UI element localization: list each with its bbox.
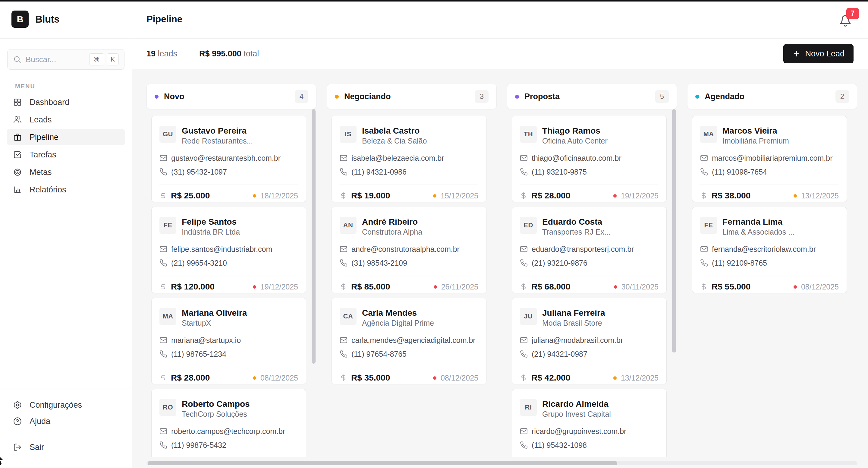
column-header: Proposta 5: [507, 84, 677, 109]
phone-icon: [340, 168, 347, 176]
lead-card[interactable]: RI Ricardo Almeida Grupo Invest Capital …: [512, 389, 667, 457]
lead-card[interactable]: MA Marcos Vieira Imobiliária Premium mar…: [692, 116, 847, 202]
sidebar-item-ajuda[interactable]: Ajuda: [7, 413, 125, 430]
app-logo: B: [11, 10, 29, 28]
lead-name: Marcos Vieira: [722, 126, 789, 136]
lead-email-row: gustavo@restaurantesbh.com.br: [159, 153, 298, 164]
lead-card-footer: R$ 28.000 08/12/2025: [159, 373, 298, 383]
due-date-dot: [253, 285, 256, 289]
card-divider: [700, 184, 839, 185]
horizontal-scrollbar-track[interactable]: [147, 461, 857, 465]
lead-card[interactable]: AN André Ribeiro Construtora Alpha andre…: [332, 207, 487, 293]
lead-contacts: andre@construtoraalpha.com.br (31) 98543…: [332, 244, 486, 268]
lead-due-date: 13/12/2025: [621, 374, 658, 382]
lead-card[interactable]: JU Juliana Ferreira Moda Brasil Store ju…: [512, 298, 667, 384]
new-lead-button[interactable]: Novo Lead: [783, 44, 854, 63]
avatar-initials: FE: [163, 221, 172, 229]
lead-email: marcos@imobiliariapremium.com.br: [712, 153, 832, 164]
due-date-dot: [794, 285, 797, 289]
column-cards: IS Isabela Castro Beleza & Cia Salão isa…: [332, 116, 487, 384]
lead-company: StartupX: [182, 318, 247, 328]
page-title: Pipeline: [147, 14, 182, 25]
card-divider: [340, 184, 478, 185]
lead-email: ricardo@grupoinvest.com.br: [532, 426, 626, 437]
phone-icon: [340, 259, 347, 267]
lead-name: Isabela Castro: [362, 126, 427, 136]
sidebar-item-metas[interactable]: Metas: [7, 164, 125, 180]
email-icon: [159, 427, 167, 435]
lead-card-footer: R$ 42.000 13/12/2025: [520, 373, 658, 383]
total-label: total: [244, 49, 259, 58]
lead-card-top: FE Fernanda Lima Lima & Associados ...: [692, 207, 846, 237]
sidebar-item-relatorios[interactable]: Relatórios: [7, 181, 125, 198]
lead-card[interactable]: CA Carla Mendes Agência Digital Prime ca…: [332, 298, 487, 384]
column-scrollbar-thumb[interactable]: [312, 109, 315, 364]
sidebar-item-tarefas[interactable]: Tarefas: [7, 147, 125, 163]
lead-value: R$ 38.000: [712, 191, 750, 201]
lead-card[interactable]: TH Thiago Ramos Oficina Auto Center thia…: [512, 116, 667, 202]
lead-value: R$ 25.000: [171, 191, 210, 201]
lead-value: R$ 19.000: [351, 191, 390, 201]
lead-card-footer: R$ 19.000 15/12/2025: [340, 191, 478, 201]
sidebar-item-pipeline[interactable]: Pipeline: [7, 129, 125, 145]
lead-email: thiago@oficinaauto.com.br: [532, 153, 621, 164]
sidebar-item-sair[interactable]: Sair: [7, 439, 125, 455]
dollar-icon: [700, 283, 707, 290]
lead-card[interactable]: ED Eduardo Costa Transportes RJ Ex... ed…: [512, 207, 667, 293]
card-divider: [520, 275, 658, 276]
lead-card[interactable]: FE Felipe Santos Indústria BR Ltda felip…: [151, 207, 306, 293]
search-box[interactable]: ⌘ K: [7, 49, 124, 70]
sidebar-item-configuracoes[interactable]: Configurações: [7, 397, 125, 413]
lead-card[interactable]: IS Isabela Castro Beleza & Cia Salão isa…: [332, 116, 487, 202]
column-cards: TH Thiago Ramos Oficina Auto Center thia…: [512, 116, 667, 457]
avatar-initials: RO: [163, 404, 173, 411]
column-status-dot: [155, 95, 158, 98]
window-top-edge: [0, 0, 868, 1]
lead-name: Gustavo Pereira: [182, 126, 253, 136]
lead-card-top: MA Mariana Oliveira StartupX: [152, 298, 306, 328]
lead-card-top: RI Ricardo Almeida Grupo Invest Capital: [512, 389, 666, 419]
lead-email-row: fernanda@escritoriolaw.com.br: [700, 244, 839, 255]
sidebar-item-dashboard[interactable]: Dashboard: [7, 94, 125, 110]
lead-card-top: ED Eduardo Costa Transportes RJ Ex...: [512, 207, 666, 237]
due-date-dot: [613, 194, 617, 198]
avatar-initials: GU: [163, 130, 173, 138]
avatar-initials: MA: [703, 130, 714, 138]
search-input[interactable]: [26, 55, 85, 64]
lead-due-date: 13/12/2025: [801, 192, 839, 200]
page-header: Pipeline 7: [132, 0, 868, 38]
due-date-dot: [434, 285, 437, 289]
phone-icon: [520, 259, 528, 267]
avatar-initials: CA: [343, 313, 353, 320]
horizontal-scrollbar-thumb[interactable]: [148, 461, 617, 465]
lead-card[interactable]: MA Mariana Oliveira StartupX mariana@sta…: [151, 298, 306, 384]
column-scrollbar-thumb[interactable]: [672, 109, 676, 352]
lead-company: Construtora Alpha: [362, 227, 422, 237]
avatar-initials: ED: [524, 221, 533, 229]
lead-email-row: felipe.santos@industriabr.com: [159, 244, 298, 255]
lead-phone: (11) 97654-8765: [351, 349, 407, 359]
lead-phone: (11) 93210-9875: [532, 167, 587, 177]
plus-icon: [792, 50, 801, 58]
column-title: Novo: [164, 92, 184, 101]
avatar-initials: RI: [525, 404, 532, 411]
lead-value: R$ 42.000: [531, 373, 570, 383]
dashboard-icon: [13, 98, 22, 107]
lead-card-footer: R$ 120.000 19/12/2025: [159, 282, 298, 292]
avatar-initials: IS: [345, 130, 351, 138]
notifications-button[interactable]: 7: [839, 11, 854, 28]
lead-due-date: 08/12/2025: [441, 374, 478, 382]
lead-card[interactable]: GU Gustavo Pereira Rede Restaurantes... …: [151, 116, 306, 202]
column-cards: MA Marcos Vieira Imobiliária Premium mar…: [692, 116, 847, 293]
lead-contacts: isabela@belezaecia.com.br (11) 94321-098…: [332, 153, 486, 177]
lead-due-date: 26/11/2025: [441, 283, 478, 291]
lead-card[interactable]: FE Fernanda Lima Lima & Associados ... f…: [692, 207, 847, 293]
column-count-badge: 5: [655, 90, 669, 103]
avatar-initials: JU: [524, 313, 532, 320]
lead-card[interactable]: RO Roberto Campos TechCorp Soluções robe…: [151, 389, 306, 457]
lead-card-top: CA Carla Mendes Agência Digital Prime: [332, 298, 486, 328]
lead-company: Rede Restaurantes...: [182, 136, 253, 146]
total-value: R$ 995.000: [199, 49, 241, 58]
sidebar-item-leads[interactable]: Leads: [7, 112, 125, 128]
due-date-dot: [433, 376, 436, 380]
